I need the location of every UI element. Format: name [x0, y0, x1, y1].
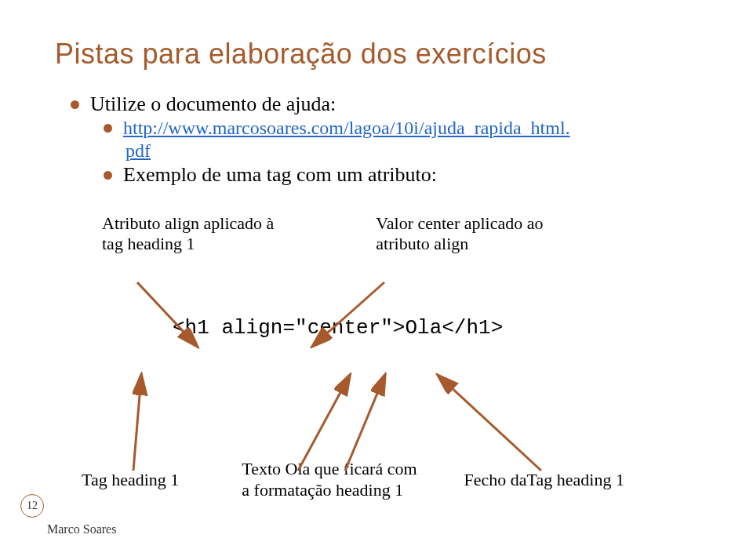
annot-line: tag heading 1 [102, 234, 274, 254]
help-link-line1[interactable]: http://www.marcosoares.com/lagoa/10i/aju… [123, 118, 570, 139]
help-link-line2[interactable]: pdf [126, 140, 151, 162]
annotation-row-bottom: Tag heading 1 Texto Ola que ficará com a… [82, 459, 698, 500]
bullet-icon [104, 124, 112, 133]
annot-line: Atributo align aplicado à [102, 213, 274, 234]
annot-line: a formatação heading 1 [242, 480, 417, 500]
annot-line: Valor center aplicado ao [376, 213, 543, 234]
bullet-icon [104, 171, 112, 180]
bullet-exemplo: Exemplo de uma tag com um atributo: [104, 163, 698, 187]
slide-title: Pistas para elaboração dos exercícios [55, 38, 698, 71]
bullet-text: Exemplo de uma tag com um atributo: [123, 163, 437, 187]
annot-close-tag: Fecho daTag heading 1 [464, 470, 624, 490]
annot-attribute-align: Atributo align aplicado à tag heading 1 [102, 213, 274, 255]
annotation-row-top: Atributo align aplicado à tag heading 1 … [102, 213, 698, 255]
code-example: <h1 align="center">Ola</h1> [173, 316, 698, 340]
annot-line: atributo align [376, 234, 543, 254]
annot-text-ola: Texto Ola que ficará com a formatação he… [242, 459, 417, 500]
annot-line: Texto Ola que ficará com [242, 459, 417, 479]
bullet-link: http://www.marcosoares.com/lagoa/10i/aju… [104, 118, 698, 139]
page-number: 12 [20, 494, 44, 518]
annot-value-center: Valor center aplicado ao atributo align [376, 213, 543, 255]
annot-tag-heading: Tag heading 1 [82, 470, 179, 490]
bullet-text: Utilize o documento de ajuda: [90, 93, 336, 116]
footer-author: Marco Soares [47, 522, 116, 536]
bullet-icon [71, 100, 79, 109]
bullet-utilize: Utilize o documento de ajuda: [71, 93, 698, 116]
bullet-link-cont: pdf [126, 140, 698, 162]
